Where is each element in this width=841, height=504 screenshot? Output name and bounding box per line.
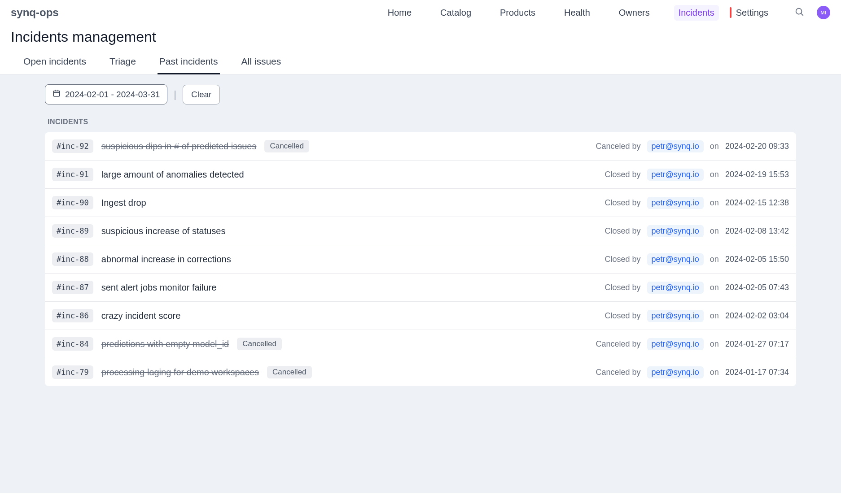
incident-row[interactable]: #inc-92suspicious dips in # of predicted… xyxy=(45,132,796,161)
filter-separator: | xyxy=(174,89,176,100)
action-label: Closed by xyxy=(604,198,640,208)
incident-list: #inc-92suspicious dips in # of predicted… xyxy=(45,132,796,386)
timestamp: 2024-02-20 09:33 xyxy=(725,142,789,151)
timestamp: 2024-02-08 13:42 xyxy=(725,226,789,236)
incident-meta: Closed bypetr@synq.ioon2024-02-08 13:42 xyxy=(604,225,789,237)
tabs: Open incidentsTriagePast incidentsAll is… xyxy=(0,51,841,74)
status-pill: Cancelled xyxy=(237,338,282,350)
user-chip[interactable]: petr@synq.io xyxy=(647,225,704,237)
tab-open-incidents[interactable]: Open incidents xyxy=(22,51,88,74)
on-label: on xyxy=(710,142,719,151)
incident-id-badge: #inc-84 xyxy=(52,337,93,351)
action-label: Closed by xyxy=(604,255,640,264)
incident-row[interactable]: #inc-84predictions with empty model_idCa… xyxy=(45,330,796,358)
incident-meta: Closed bypetr@synq.ioon2024-02-05 15:50 xyxy=(604,253,789,265)
action-label: Canceled by xyxy=(596,142,640,151)
incident-row[interactable]: #inc-90Ingest dropClosed bypetr@synq.ioo… xyxy=(45,189,796,217)
user-chip[interactable]: petr@synq.io xyxy=(647,282,704,294)
timestamp: 2024-01-27 07:17 xyxy=(725,339,789,349)
incident-meta: Closed bypetr@synq.ioon2024-02-19 15:53 xyxy=(604,169,789,181)
incident-meta: Canceled bypetr@synq.ioon2024-01-27 07:1… xyxy=(596,338,789,350)
incident-title: crazy incident score xyxy=(101,311,181,321)
incident-title: Ingest drop xyxy=(101,198,146,208)
on-label: on xyxy=(710,226,719,236)
timestamp: 2024-02-19 15:53 xyxy=(725,170,789,179)
incident-id-badge: #inc-79 xyxy=(52,365,93,379)
on-label: on xyxy=(710,283,719,292)
incident-row[interactable]: #inc-79processing laging for demo worksp… xyxy=(45,358,796,386)
filter-row: 2024-02-01 - 2024-03-31 | Clear xyxy=(45,84,796,104)
user-chip[interactable]: petr@synq.io xyxy=(647,310,704,322)
user-chip[interactable]: petr@synq.io xyxy=(647,169,704,181)
incident-row[interactable]: #inc-91large amount of anomalies detecte… xyxy=(45,161,796,189)
incident-row[interactable]: #inc-86crazy incident scoreClosed bypetr… xyxy=(45,302,796,330)
nav-settings[interactable]: Settings xyxy=(731,5,773,21)
calendar-icon xyxy=(53,89,61,100)
nav-item-owners[interactable]: Owners xyxy=(614,5,654,21)
tab-triage[interactable]: Triage xyxy=(108,51,138,74)
action-label: Closed by xyxy=(604,283,640,292)
tab-past-incidents[interactable]: Past incidents xyxy=(158,51,220,74)
status-pill: Cancelled xyxy=(267,366,312,378)
page-title: Incidents management xyxy=(0,25,841,51)
date-range-label: 2024-02-01 - 2024-03-31 xyxy=(65,90,160,100)
incident-id-badge: #inc-86 xyxy=(52,309,93,322)
topbar: synq-ops HomeCatalogProductsHealthOwners… xyxy=(0,0,841,25)
on-label: on xyxy=(710,198,719,208)
avatar[interactable]: MI xyxy=(817,6,830,19)
incident-title: large amount of anomalies detected xyxy=(101,169,244,180)
action-label: Canceled by xyxy=(596,339,640,349)
incident-title: processing laging for demo workspaces xyxy=(101,367,259,378)
user-chip[interactable]: petr@synq.io xyxy=(647,338,704,350)
clear-button[interactable]: Clear xyxy=(183,85,220,104)
search-icon[interactable] xyxy=(794,7,804,18)
incident-id-badge: #inc-91 xyxy=(52,168,93,181)
incident-row[interactable]: #inc-88abnormal increase in correctionsC… xyxy=(45,245,796,274)
action-label: Closed by xyxy=(604,170,640,179)
incident-id-badge: #inc-87 xyxy=(52,281,93,294)
brand-logo[interactable]: synq-ops xyxy=(11,6,59,19)
main-nav: HomeCatalogProductsHealthOwnersIncidents xyxy=(383,5,719,21)
on-label: on xyxy=(710,339,719,349)
status-pill: Cancelled xyxy=(264,140,309,152)
incident-row[interactable]: #inc-87sent alert jobs monitor failureCl… xyxy=(45,274,796,302)
timestamp: 2024-02-15 12:38 xyxy=(725,198,789,208)
nav-item-health[interactable]: Health xyxy=(560,5,595,21)
nav-item-catalog[interactable]: Catalog xyxy=(436,5,476,21)
incident-meta: Closed bypetr@synq.ioon2024-02-05 07:43 xyxy=(604,282,789,294)
nav-item-products[interactable]: Products xyxy=(495,5,540,21)
incident-meta: Closed bypetr@synq.ioon2024-02-15 12:38 xyxy=(604,197,789,209)
timestamp: 2024-02-02 03:04 xyxy=(725,311,789,321)
incident-title: predictions with empty model_id xyxy=(101,339,229,349)
on-label: on xyxy=(710,368,719,377)
nav-item-incidents[interactable]: Incidents xyxy=(674,5,719,21)
incident-meta: Closed bypetr@synq.ioon2024-02-02 03:04 xyxy=(604,310,789,322)
user-chip[interactable]: petr@synq.io xyxy=(647,140,704,152)
incident-meta: Canceled bypetr@synq.ioon2024-01-17 07:3… xyxy=(596,366,789,378)
incident-id-badge: #inc-88 xyxy=(52,252,93,266)
incident-row[interactable]: #inc-89suspicious increase of statusesCl… xyxy=(45,217,796,245)
incident-title: sent alert jobs monitor failure xyxy=(101,282,217,293)
user-chip[interactable]: petr@synq.io xyxy=(647,366,704,378)
timestamp: 2024-01-17 07:34 xyxy=(725,368,789,377)
nav-item-home[interactable]: Home xyxy=(383,5,416,21)
incident-title: suspicious dips in # of predicted issues xyxy=(101,141,257,152)
on-label: on xyxy=(710,170,719,179)
tab-all-issues[interactable]: All issues xyxy=(240,51,283,74)
incident-id-badge: #inc-90 xyxy=(52,196,93,209)
incident-id-badge: #inc-92 xyxy=(52,139,93,153)
user-chip[interactable]: petr@synq.io xyxy=(647,197,704,209)
incident-id-badge: #inc-89 xyxy=(52,224,93,238)
incident-title: abnormal increase in corrections xyxy=(101,254,231,265)
user-chip[interactable]: petr@synq.io xyxy=(647,253,704,265)
date-range-button[interactable]: 2024-02-01 - 2024-03-31 xyxy=(45,84,167,104)
section-label: INCIDENTS xyxy=(48,118,796,126)
action-label: Closed by xyxy=(604,311,640,321)
incident-title: suspicious increase of statuses xyxy=(101,226,226,236)
svg-line-1 xyxy=(801,13,803,15)
on-label: on xyxy=(710,255,719,264)
incident-meta: Canceled bypetr@synq.ioon2024-02-20 09:3… xyxy=(596,140,789,152)
content-area: 2024-02-01 - 2024-03-31 | Clear INCIDENT… xyxy=(0,74,841,493)
on-label: on xyxy=(710,311,719,321)
svg-rect-2 xyxy=(53,91,60,96)
